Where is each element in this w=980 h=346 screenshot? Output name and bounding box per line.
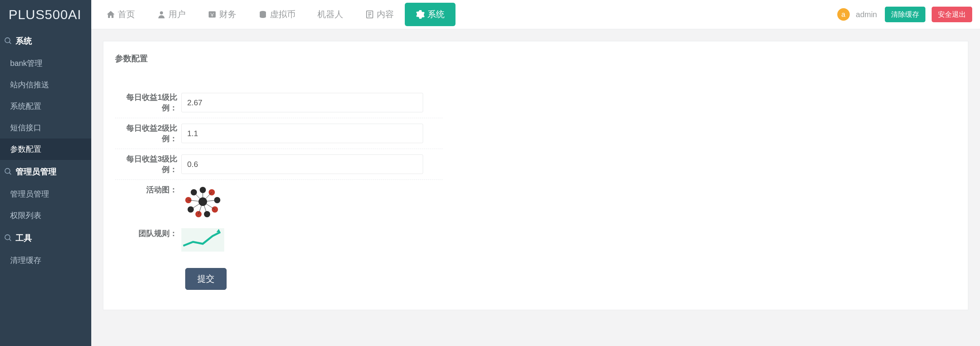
search-icon [4,167,12,176]
nav-label: 财务 [219,9,236,20]
money-icon [207,10,217,19]
topbar: 首页 用户 财务 虚拟币 机器人 内容 系统 a admin 清除缓存 安全退出 [91,0,980,29]
activity-image-thumb[interactable] [181,185,224,219]
sidebar-section-label: 系统 [16,35,32,46]
username: admin [856,10,877,19]
sidebar-section-tools[interactable]: 工具 [0,226,91,250]
nav-robot[interactable]: 机器人 [307,3,354,26]
svg-line-31 [194,192,203,202]
row-ratio2: 每日收益2级比例： [115,118,443,149]
avatar[interactable]: a [837,8,850,21]
svg-line-29 [191,202,203,209]
row-ratio3: 每日收益3级比例： [115,149,443,180]
label-ratio2: 每日收益2级比例： [115,123,181,144]
nav-label: 内容 [377,9,394,20]
sidebar-section-admin[interactable]: 管理员管理 [0,160,91,183]
nav-system[interactable]: 系统 [405,3,455,26]
topbar-right: a admin 清除缓存 安全退出 [837,7,980,22]
label-ratio3: 每日收益3级比例： [115,154,181,175]
svg-line-24 [203,192,212,202]
svg-line-3 [9,173,11,175]
nav-home[interactable]: 首页 [95,3,146,26]
network-graphic-icon [181,185,224,219]
sidebar-section-system[interactable]: 系统 [0,29,91,53]
sidebar-section-label: 工具 [16,232,32,243]
sidebar-item-sitemsg[interactable]: 站内信推送 [0,74,91,96]
database-icon [258,10,268,19]
brand-logo: PLUS500AI [0,0,91,29]
submit-button[interactable]: 提交 [185,268,227,290]
panel-title: 参数配置 [115,53,956,64]
growth-chart-icon [181,228,224,252]
svg-line-1 [9,42,11,44]
sidebar-item-perms[interactable]: 权限列表 [0,205,91,226]
row-team-rule: 团队规则： [115,224,443,256]
label-ratio1: 每日收益1级比例： [115,92,181,113]
svg-point-6 [160,11,163,14]
search-icon [4,234,12,242]
nav-user[interactable]: 用户 [146,3,197,26]
panel-params: 参数配置 每日收益1级比例： 每日收益2级比例： 每日收益3级比例： 活动图： [103,41,968,310]
label-team-rule: 团队规则： [115,228,181,239]
nav-content[interactable]: 内容 [354,3,405,26]
submit-row: 提交 [115,256,956,290]
nav-finance[interactable]: 财务 [197,3,247,26]
content-area: 参数配置 每日收益1级比例： 每日收益2级比例： 每日收益3级比例： 活动图： [91,29,980,346]
svg-point-2 [5,169,10,174]
sidebar-section-label: 管理员管理 [16,166,57,177]
input-ratio2[interactable] [181,124,423,143]
document-icon [365,10,374,19]
sidebar-item-adminmgmt[interactable]: 管理员管理 [0,183,91,205]
team-rule-image-thumb[interactable] [181,228,224,252]
user-icon [157,10,166,19]
nav-label: 首页 [118,9,135,20]
nav-label: 机器人 [317,9,343,20]
sidebar-item-sms[interactable]: 短信接口 [0,117,91,138]
sidebar-item-params[interactable]: 参数配置 [0,138,91,160]
input-ratio1[interactable] [181,93,423,112]
nav-label: 用户 [168,9,186,20]
svg-point-4 [5,235,10,240]
row-ratio1: 每日收益1级比例： [115,87,443,118]
home-icon [106,10,115,19]
svg-line-5 [9,239,11,241]
svg-line-26 [203,202,215,209]
row-activity-img: 活动图： [115,180,443,224]
sidebar-item-bank[interactable]: bank管理 [0,53,91,74]
search-icon [4,37,12,45]
nav-label: 虚拟币 [270,9,296,20]
logout-button[interactable]: 安全退出 [932,7,972,22]
nav-label: 系统 [427,9,445,20]
sidebar-item-sysconf[interactable]: 系统配置 [0,96,91,117]
label-activity-img: 活动图： [115,185,181,195]
input-ratio3[interactable] [181,154,423,174]
clear-cache-button[interactable]: 清除缓存 [885,7,925,22]
nav-virtualcoin[interactable]: 虚拟币 [247,3,307,26]
gear-icon [416,10,425,19]
sidebar-item-clearcache[interactable]: 清理缓存 [0,250,91,271]
sidebar: PLUS500AI 系统 bank管理 站内信推送 系统配置 短信接口 参数配置… [0,0,91,346]
svg-point-0 [5,38,10,43]
